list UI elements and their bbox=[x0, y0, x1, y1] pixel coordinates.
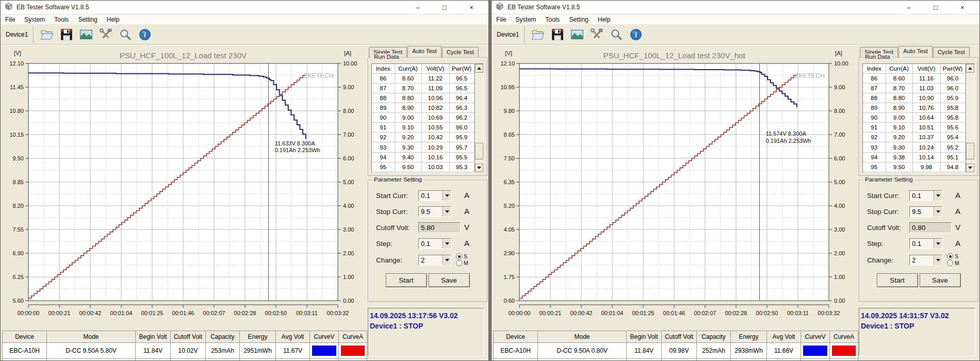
tab-auto-test[interactable]: Auto Test bbox=[899, 46, 933, 57]
menu-system[interactable]: System bbox=[20, 16, 50, 23]
scroll-track[interactable] bbox=[966, 73, 974, 163]
scrollbar[interactable] bbox=[966, 64, 974, 172]
summary-column-header: Energy bbox=[240, 331, 276, 343]
scroll-thumb[interactable] bbox=[966, 143, 974, 159]
parameter-setting-group: Parameter Setting Start Curr: 0.1 A Stop… bbox=[368, 180, 487, 302]
save-button[interactable]: Save bbox=[920, 273, 961, 287]
summary-column-header: Capacity bbox=[697, 331, 731, 343]
menu-setting[interactable]: Setting bbox=[73, 16, 102, 23]
step-select[interactable]: 0.1 bbox=[418, 238, 451, 249]
tab-cycle-test[interactable]: Cycle Test bbox=[933, 47, 970, 57]
chart[interactable]: PSU_HCF_100L_12_Load test 230V_hot[V][A]… bbox=[492, 44, 858, 326]
window-controls: – □ × bbox=[412, 4, 484, 11]
start-curr-select[interactable]: 0.1 bbox=[418, 190, 451, 201]
dropdown-arrow-icon[interactable] bbox=[934, 255, 942, 265]
change-label: Change: bbox=[867, 256, 893, 264]
scroll-thumb[interactable] bbox=[475, 143, 483, 159]
scrollbar[interactable] bbox=[475, 64, 483, 172]
menubar: FileSystemToolsSettingHelp bbox=[492, 14, 979, 25]
open-file-button[interactable] bbox=[530, 27, 546, 42]
run-data-column-header: Curr(A) bbox=[395, 64, 421, 73]
dropdown-arrow-icon[interactable] bbox=[443, 255, 451, 265]
close-button[interactable]: × bbox=[466, 4, 477, 11]
cutoff-volt-input[interactable]: 5.80 bbox=[418, 222, 461, 233]
scroll-up-button[interactable] bbox=[966, 64, 974, 73]
change-select[interactable]: 2 bbox=[909, 255, 942, 266]
svg-text:i: i bbox=[144, 30, 146, 39]
close-button[interactable]: × bbox=[957, 4, 968, 11]
export-image-button[interactable] bbox=[78, 27, 94, 42]
summary-row: EBC-A10HD-CC 9.50A 0.80V11.84V09.98V252m… bbox=[494, 343, 858, 359]
tab-auto-test[interactable]: Auto Test bbox=[407, 46, 442, 57]
dropdown-arrow-icon[interactable] bbox=[934, 191, 942, 201]
table-row: 868.6011.2296.5 bbox=[372, 73, 474, 83]
open-file-button[interactable] bbox=[39, 27, 55, 42]
menu-help[interactable]: Help bbox=[593, 16, 615, 23]
change-select[interactable]: 2 bbox=[418, 255, 451, 266]
status-datetime: 14.09.2025 13:17:56 V3.02 bbox=[370, 311, 482, 321]
info-button[interactable]: i bbox=[628, 27, 644, 42]
menu-system[interactable]: System bbox=[511, 16, 541, 23]
minimize-button[interactable]: – bbox=[903, 4, 914, 11]
status-device-state: Device1 : STOP bbox=[370, 321, 482, 332]
svg-text:i: i bbox=[635, 30, 637, 39]
y-right-tick: 2.00 bbox=[834, 250, 845, 256]
summary-column-header: Avg Volt bbox=[767, 331, 801, 343]
start-button[interactable]: Start bbox=[386, 273, 427, 287]
change-label: Change: bbox=[376, 256, 402, 264]
menu-tools[interactable]: Tools bbox=[541, 16, 564, 23]
zoom-button[interactable] bbox=[117, 27, 134, 42]
tab-cycle-test[interactable]: Cycle Test bbox=[442, 47, 479, 57]
zoom-button[interactable] bbox=[608, 27, 625, 42]
scroll-up-button[interactable] bbox=[475, 64, 483, 73]
y-left-tick: 5.20 bbox=[504, 203, 515, 209]
stop-curr-select[interactable]: 9.5 bbox=[418, 206, 451, 217]
minimize-button[interactable]: – bbox=[412, 4, 423, 11]
save-button[interactable]: Save bbox=[429, 273, 470, 287]
radio-seconds[interactable]: S bbox=[456, 253, 468, 259]
save-button-toolbar[interactable] bbox=[58, 27, 75, 42]
settings-tools-button[interactable] bbox=[589, 27, 605, 42]
x-tick: 00:03:11 bbox=[787, 310, 809, 316]
menu-file[interactable]: File bbox=[492, 16, 511, 23]
dropdown-arrow-icon[interactable] bbox=[934, 207, 942, 217]
search-icon bbox=[119, 28, 132, 41]
scroll-track[interactable] bbox=[475, 73, 483, 163]
chart[interactable]: PSU_HCF_100L_12_Load test 230V[V][A]12.1… bbox=[1, 44, 367, 326]
step-select[interactable]: 0.1 bbox=[909, 238, 942, 249]
start-button[interactable]: Start bbox=[877, 273, 918, 287]
table-row: 949.3810.1495.1 bbox=[863, 152, 965, 162]
run-data-column-header: Pwr(W) bbox=[449, 64, 474, 73]
menu-setting[interactable]: Setting bbox=[564, 16, 593, 23]
maximize-button[interactable]: □ bbox=[439, 4, 450, 11]
status-datetime: 14.09.2025 14:31:57 V3.02 bbox=[861, 311, 973, 321]
maximize-button[interactable]: □ bbox=[930, 4, 941, 11]
dropdown-arrow-icon[interactable] bbox=[443, 191, 451, 201]
watermark: ZKETECH bbox=[304, 72, 334, 79]
curve-a-swatch bbox=[832, 346, 856, 356]
menubar: FileSystemToolsSettingHelp bbox=[1, 14, 488, 25]
stop-curr-label: Stop Curr: bbox=[376, 208, 408, 216]
scroll-down-button[interactable] bbox=[475, 163, 483, 172]
menu-help[interactable]: Help bbox=[102, 16, 124, 23]
table-row: 898.9010.7695.8 bbox=[863, 103, 965, 112]
cutoff-volt-input[interactable]: 0.80 bbox=[909, 222, 952, 233]
device-selector[interactable]: Device1 bbox=[4, 26, 34, 43]
radio-minutes[interactable]: M bbox=[456, 260, 468, 266]
scroll-down-button[interactable] bbox=[966, 163, 974, 172]
menu-tools[interactable]: Tools bbox=[50, 16, 73, 23]
dropdown-arrow-icon[interactable] bbox=[934, 239, 942, 249]
dropdown-arrow-icon[interactable] bbox=[443, 207, 451, 217]
menu-file[interactable]: File bbox=[1, 16, 20, 23]
stop-curr-select[interactable]: 9.5 bbox=[909, 206, 942, 217]
dropdown-arrow-icon[interactable] bbox=[443, 239, 451, 249]
info-button[interactable]: i bbox=[137, 27, 153, 42]
start-curr-select[interactable]: 0.1 bbox=[909, 190, 942, 201]
summary-column-header: Begin Volt bbox=[136, 331, 171, 343]
save-button-toolbar[interactable] bbox=[549, 27, 566, 42]
radio-seconds[interactable]: S bbox=[947, 253, 959, 259]
settings-tools-button[interactable] bbox=[97, 27, 114, 42]
device-selector[interactable]: Device1 bbox=[495, 26, 525, 43]
export-image-button[interactable] bbox=[569, 27, 585, 42]
radio-minutes[interactable]: M bbox=[947, 260, 959, 266]
